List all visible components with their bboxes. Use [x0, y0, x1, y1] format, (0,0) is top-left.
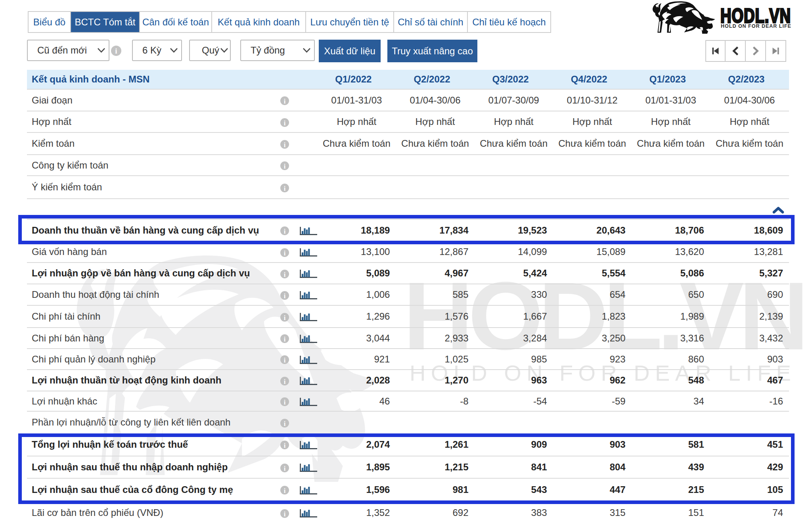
svg-text:i: i [284, 184, 286, 192]
svg-text:i: i [284, 141, 286, 148]
svg-text:i: i [115, 47, 117, 55]
svg-text:i: i [284, 249, 286, 257]
svg-text:i: i [284, 510, 286, 518]
svg-text:i: i [284, 335, 286, 343]
svg-text:i: i [284, 357, 286, 364]
svg-text:i: i [284, 119, 286, 127]
svg-text:i: i [284, 314, 286, 321]
svg-text:i: i [284, 98, 286, 105]
svg-text:i: i [284, 270, 286, 278]
svg-text:i: i [284, 420, 286, 427]
svg-text:i: i [284, 292, 286, 299]
svg-text:i: i [284, 378, 286, 385]
svg-text:i: i [284, 163, 286, 170]
svg-text:i: i [284, 399, 286, 406]
